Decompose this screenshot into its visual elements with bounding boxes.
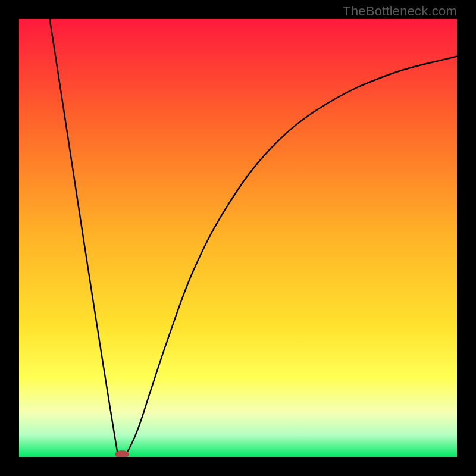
plot-area [19, 19, 457, 457]
gradient-background [19, 19, 457, 457]
watermark-text: TheBottleneck.com [343, 4, 457, 19]
chart-frame: TheBottleneck.com [0, 0, 476, 476]
bottleneck-curve-chart [19, 19, 457, 457]
